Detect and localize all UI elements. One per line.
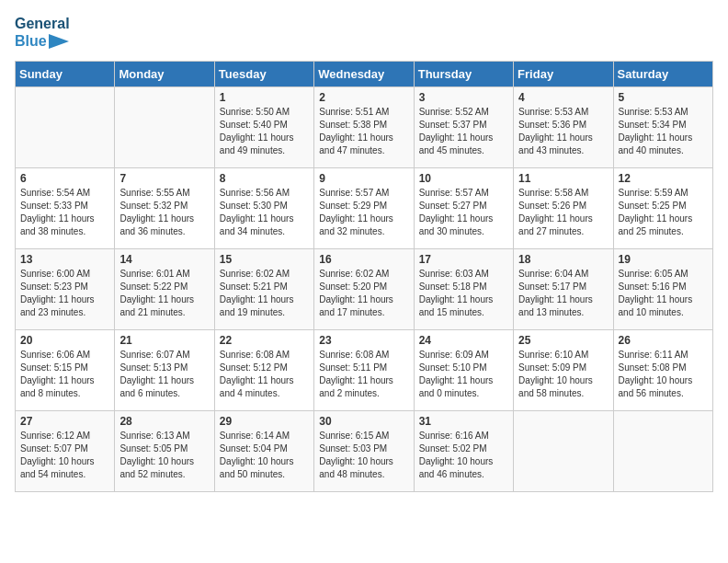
day-info: Sunrise: 6:10 AM Sunset: 5:09 PM Dayligh… [518,349,608,400]
week-row-4: 20Sunrise: 6:06 AM Sunset: 5:15 PM Dayli… [16,330,713,411]
day-number: 8 [220,172,309,185]
col-header-monday: Monday [115,62,214,87]
day-number: 2 [319,91,408,104]
day-number: 6 [20,172,109,185]
day-info: Sunrise: 6:13 AM Sunset: 5:05 PM Dayligh… [119,430,209,481]
calendar-cell: 22Sunrise: 6:08 AM Sunset: 5:12 PM Dayli… [214,330,313,411]
svg-marker-0 [49,34,69,49]
col-header-thursday: Thursday [414,62,513,87]
calendar-cell: 12Sunrise: 5:59 AM Sunset: 5:25 PM Dayli… [613,168,712,249]
day-number: 23 [319,334,408,347]
calendar-cell [16,87,115,168]
day-info: Sunrise: 5:55 AM Sunset: 5:32 PM Dayligh… [119,187,209,238]
logo-arrow-icon [49,34,69,49]
day-info: Sunrise: 6:14 AM Sunset: 5:04 PM Dayligh… [220,430,309,481]
day-info: Sunrise: 5:53 AM Sunset: 5:34 PM Dayligh… [619,106,708,157]
day-info: Sunrise: 5:58 AM Sunset: 5:26 PM Dayligh… [518,187,608,238]
calendar-cell [613,411,712,492]
day-number: 30 [319,415,408,428]
day-number: 26 [619,334,708,347]
day-info: Sunrise: 6:07 AM Sunset: 5:13 PM Dayligh… [119,349,209,400]
week-row-5: 27Sunrise: 6:12 AM Sunset: 5:07 PM Dayli… [16,411,713,492]
calendar-cell: 18Sunrise: 6:04 AM Sunset: 5:17 PM Dayli… [514,249,613,330]
day-number: 20 [20,334,109,347]
day-number: 14 [119,253,209,266]
calendar-cell: 29Sunrise: 6:14 AM Sunset: 5:04 PM Dayli… [214,411,313,492]
day-number: 21 [119,334,209,347]
day-info: Sunrise: 5:52 AM Sunset: 5:37 PM Dayligh… [419,106,508,157]
day-number: 3 [419,91,508,104]
calendar-cell: 19Sunrise: 6:05 AM Sunset: 5:16 PM Dayli… [613,249,712,330]
day-number: 11 [518,172,608,185]
calendar-cell [115,87,214,168]
day-info: Sunrise: 5:53 AM Sunset: 5:36 PM Dayligh… [518,106,608,157]
calendar-cell: 14Sunrise: 6:01 AM Sunset: 5:22 PM Dayli… [115,249,214,330]
day-number: 17 [419,253,508,266]
day-number: 5 [619,91,708,104]
day-info: Sunrise: 6:08 AM Sunset: 5:11 PM Dayligh… [319,349,408,400]
calendar-cell: 30Sunrise: 6:15 AM Sunset: 5:03 PM Dayli… [314,411,414,492]
day-number: 7 [119,172,209,185]
day-number: 18 [518,253,608,266]
calendar-cell: 1Sunrise: 5:50 AM Sunset: 5:40 PM Daylig… [214,87,313,168]
day-info: Sunrise: 6:01 AM Sunset: 5:22 PM Dayligh… [119,268,209,319]
day-info: Sunrise: 6:09 AM Sunset: 5:10 PM Dayligh… [419,349,508,400]
col-header-sunday: Sunday [16,62,115,87]
calendar-cell: 7Sunrise: 5:55 AM Sunset: 5:32 PM Daylig… [115,168,214,249]
day-number: 16 [319,253,408,266]
logo-text: General Blue [15,15,70,50]
calendar-cell: 23Sunrise: 6:08 AM Sunset: 5:11 PM Dayli… [314,330,414,411]
day-number: 24 [419,334,508,347]
day-info: Sunrise: 5:51 AM Sunset: 5:38 PM Dayligh… [319,106,408,157]
day-info: Sunrise: 5:57 AM Sunset: 5:29 PM Dayligh… [319,187,408,238]
day-info: Sunrise: 6:04 AM Sunset: 5:17 PM Dayligh… [518,268,608,319]
day-info: Sunrise: 6:08 AM Sunset: 5:12 PM Dayligh… [220,349,309,400]
day-number: 13 [20,253,109,266]
week-row-1: 1Sunrise: 5:50 AM Sunset: 5:40 PM Daylig… [16,87,713,168]
calendar-table: SundayMondayTuesdayWednesdayThursdayFrid… [15,61,713,492]
day-info: Sunrise: 5:54 AM Sunset: 5:33 PM Dayligh… [20,187,109,238]
week-row-2: 6Sunrise: 5:54 AM Sunset: 5:33 PM Daylig… [16,168,713,249]
calendar-cell: 25Sunrise: 6:10 AM Sunset: 5:09 PM Dayli… [514,330,613,411]
day-number: 1 [220,91,309,104]
calendar-cell [514,411,613,492]
day-info: Sunrise: 5:56 AM Sunset: 5:30 PM Dayligh… [220,187,309,238]
calendar-cell: 26Sunrise: 6:11 AM Sunset: 5:08 PM Dayli… [613,330,712,411]
day-number: 12 [619,172,708,185]
day-info: Sunrise: 5:57 AM Sunset: 5:27 PM Dayligh… [419,187,508,238]
calendar-cell: 8Sunrise: 5:56 AM Sunset: 5:30 PM Daylig… [214,168,313,249]
day-info: Sunrise: 6:12 AM Sunset: 5:07 PM Dayligh… [20,430,109,481]
calendar-cell: 21Sunrise: 6:07 AM Sunset: 5:13 PM Dayli… [115,330,214,411]
calendar-cell: 17Sunrise: 6:03 AM Sunset: 5:18 PM Dayli… [414,249,513,330]
day-info: Sunrise: 6:16 AM Sunset: 5:02 PM Dayligh… [419,430,508,481]
day-number: 15 [220,253,309,266]
calendar-cell: 9Sunrise: 5:57 AM Sunset: 5:29 PM Daylig… [314,168,414,249]
week-row-3: 13Sunrise: 6:00 AM Sunset: 5:23 PM Dayli… [16,249,713,330]
day-info: Sunrise: 5:59 AM Sunset: 5:25 PM Dayligh… [619,187,708,238]
calendar-cell: 6Sunrise: 5:54 AM Sunset: 5:33 PM Daylig… [16,168,115,249]
day-info: Sunrise: 6:03 AM Sunset: 5:18 PM Dayligh… [419,268,508,319]
day-number: 9 [319,172,408,185]
col-header-tuesday: Tuesday [214,62,313,87]
day-info: Sunrise: 6:15 AM Sunset: 5:03 PM Dayligh… [319,430,408,481]
calendar-cell: 11Sunrise: 5:58 AM Sunset: 5:26 PM Dayli… [514,168,613,249]
logo: General Blue [15,15,70,50]
calendar-cell: 3Sunrise: 5:52 AM Sunset: 5:37 PM Daylig… [414,87,513,168]
calendar-cell: 24Sunrise: 6:09 AM Sunset: 5:10 PM Dayli… [414,330,513,411]
day-number: 22 [220,334,309,347]
calendar-cell: 13Sunrise: 6:00 AM Sunset: 5:23 PM Dayli… [16,249,115,330]
col-header-friday: Friday [514,62,613,87]
col-header-wednesday: Wednesday [314,62,414,87]
calendar-cell: 31Sunrise: 6:16 AM Sunset: 5:02 PM Dayli… [414,411,513,492]
calendar-cell: 10Sunrise: 5:57 AM Sunset: 5:27 PM Dayli… [414,168,513,249]
calendar-cell: 5Sunrise: 5:53 AM Sunset: 5:34 PM Daylig… [613,87,712,168]
calendar-cell: 20Sunrise: 6:06 AM Sunset: 5:15 PM Dayli… [16,330,115,411]
day-number: 19 [619,253,708,266]
day-number: 28 [119,415,209,428]
day-number: 27 [20,415,109,428]
day-number: 29 [220,415,309,428]
day-info: Sunrise: 6:00 AM Sunset: 5:23 PM Dayligh… [20,268,109,319]
day-info: Sunrise: 6:06 AM Sunset: 5:15 PM Dayligh… [20,349,109,400]
day-number: 31 [419,415,508,428]
calendar-cell: 4Sunrise: 5:53 AM Sunset: 5:36 PM Daylig… [514,87,613,168]
